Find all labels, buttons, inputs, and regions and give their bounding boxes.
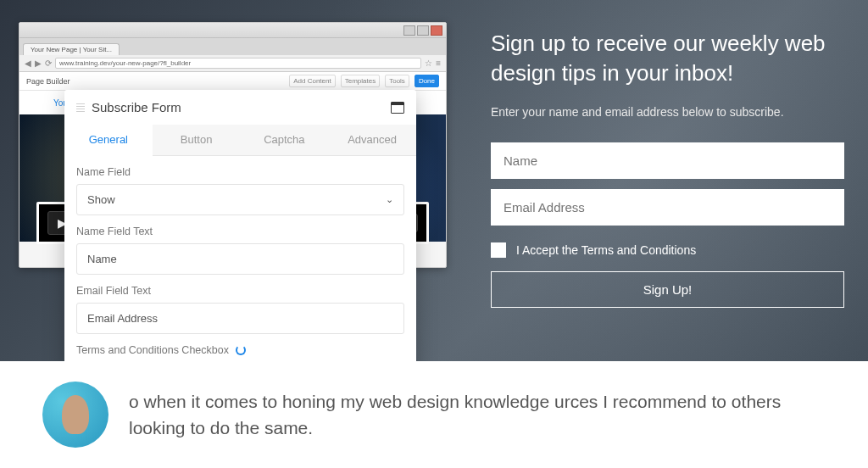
tab-general[interactable]: General: [64, 125, 153, 156]
loading-spinner-icon: [236, 345, 246, 355]
url-field[interactable]: www.training.dev/your-new-page/?fl_build…: [55, 58, 421, 69]
page-builder-bar: Page Builder Add Content Templates Tools…: [19, 72, 446, 91]
signup-heading: Sign up to receive our weekly web design…: [491, 29, 844, 88]
email-text-input[interactable]: Email Address: [76, 303, 404, 334]
modal-title: Subscribe Form: [92, 100, 181, 114]
reload-icon[interactable]: ⟳: [45, 58, 52, 68]
forward-icon[interactable]: ▶: [35, 58, 42, 68]
page-builder-title: Page Builder: [26, 77, 70, 86]
toolbar-templates[interactable]: Templates: [341, 75, 380, 87]
toolbar-tools[interactable]: Tools: [385, 75, 409, 87]
drag-handle-icon[interactable]: [76, 103, 85, 112]
menu-icon[interactable]: ≡: [436, 58, 441, 68]
terms-checkbox[interactable]: [491, 242, 506, 258]
address-bar: ◀ ▶ ⟳ www.training.dev/your-new-page/?fl…: [19, 55, 446, 72]
chevron-down-icon: ⌄: [386, 194, 393, 205]
name-field-value: Show: [87, 193, 115, 206]
back-icon[interactable]: ◀: [25, 58, 31, 68]
toolbar-add-content[interactable]: Add Content: [289, 75, 335, 87]
tab-advanced[interactable]: Advanced: [328, 125, 416, 155]
name-text-label: Name Field Text: [76, 226, 404, 237]
email-text-value: Email Address: [87, 312, 158, 325]
email-text-label: Email Field Text: [76, 285, 404, 297]
name-text-value: Name: [87, 253, 117, 265]
terms-label: I Accept the Terms and Conditions: [516, 243, 696, 257]
browser-tabbar: Your New Page | Your Sit...: [19, 38, 446, 55]
name-text-input[interactable]: Name: [76, 243, 404, 275]
window-titlebar: [19, 23, 446, 38]
tab-button[interactable]: Button: [153, 125, 241, 155]
browser-tab[interactable]: Your New Page | Your Sit...: [23, 43, 120, 55]
testimonial-text: o when it comes to honing my web design …: [129, 388, 834, 442]
tc-checkbox-label: Terms and Conditions Checkbox: [76, 344, 404, 356]
name-field-select[interactable]: Show ⌄: [76, 184, 404, 215]
signup-button[interactable]: Sign Up!: [491, 271, 844, 308]
bookmark-icon[interactable]: ☆: [425, 58, 432, 68]
testimonial-section: o when it comes to honing my web design …: [0, 361, 868, 468]
window-close-button[interactable]: [431, 25, 442, 36]
tab-captcha[interactable]: Captcha: [241, 125, 329, 155]
tc-checkbox-label-text: Terms and Conditions Checkbox: [76, 344, 229, 356]
toolbar-done[interactable]: Done: [415, 75, 439, 87]
modal-tabs: General Button Captcha Advanced: [64, 125, 416, 156]
window-min-button[interactable]: [403, 25, 415, 36]
signup-subtext: Enter your name and email address below …: [491, 105, 844, 119]
window-max-button[interactable]: [417, 25, 429, 36]
avatar: [42, 382, 108, 448]
window-icon[interactable]: [391, 102, 404, 114]
email-input[interactable]: [491, 189, 844, 226]
name-input[interactable]: [491, 142, 844, 179]
name-field-label: Name Field: [76, 166, 404, 178]
